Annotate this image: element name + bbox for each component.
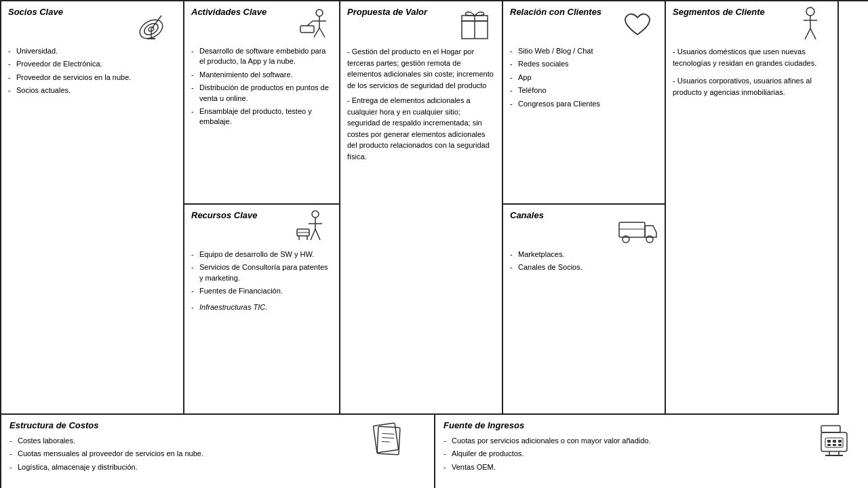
canvas: Socios Clave Universidad. Proveedor de E… [0,0,868,488]
svg-rect-11 [300,26,314,33]
segmentos-text1: - Usuarios domésticos que usen nuevas te… [673,46,831,68]
fuente-ingresos-cell: Fuente de Ingresos [435,415,868,488]
segmentos-text2: - Usuarios corporativos, usuarios afines… [673,75,831,98]
list-item: Socios actuales. [8,85,176,96]
svg-line-24 [311,229,315,240]
segmentos-cliente-header: Segmentos de Cliente [673,7,831,41]
list-item: Proveedor de Electrónica. [8,59,176,69]
list-item: Sitio Web / Blog / Chat [510,46,658,56]
estructura-costos-list: Costes laborales. Cuotas mensuales al pr… [9,436,426,472]
svg-line-3 [151,16,161,29]
list-item: Equipo de desarrollo de SW y HW. [191,249,332,260]
svg-rect-30 [619,222,645,237]
list-item: App [510,73,658,83]
segmentos-cliente-title: Segmentos de Cliente [673,7,765,17]
actividades-clave-list: Desarrollo de software embebido para el … [191,46,332,127]
actividades-clave-cell: Actividades Clave Desar [184,1,340,205]
actividades-clave-header: Actividades Clave [191,7,332,41]
list-item: Ventas OEM. [443,462,860,472]
main-grid: Socios Clave Universidad. Proveedor de E… [0,0,868,415]
recursos-clave-cell: Recursos Clave [184,205,340,415]
list-item: Servicios de Consultoría para patentes y… [191,262,332,283]
list-item: Teléfono [510,85,658,96]
list-item: Alquiler de productos. [443,449,860,459]
canales-header: Canales [510,210,658,244]
list-item: Distribución de productos en puntos de v… [191,83,332,104]
propuesta-valor-icon [454,7,495,41]
svg-line-20 [810,28,816,39]
list-item: Marketplaces. [510,249,658,260]
list-item: Cuotas mensuales al proveedor de servici… [9,449,426,459]
list-item: Congresos para Clientes [510,99,658,109]
list-item: Infraestructuras TIC. [191,302,332,312]
propuesta-valor-text1: - Gestión del producto en el Hogar por t… [347,46,495,91]
fuente-ingresos-title: Fuente de Ingresos [443,420,524,430]
list-item: Universidad. [8,46,176,56]
relacion-clientes-cell: Relación con Clientes Sitio Web / Blog /… [503,1,666,205]
relacion-clientes-header: Relación con Clientes [510,7,658,41]
propuesta-valor-cell: Propuesta de Valor - Gestión del product… [340,1,503,415]
recursos-clave-icon [292,210,332,244]
svg-line-25 [315,229,320,240]
relacion-clientes-icon [617,7,658,41]
canales-list: Marketplaces. Canales de Socios. [510,249,658,273]
recursos-clave-list: Equipo de desarrollo de SW y HW. Servici… [191,249,332,312]
svg-point-16 [806,7,814,16]
list-item: Mantenimiento del software. [191,70,332,80]
list-item: Proveedor de servicios en la nube. [8,73,176,83]
canales-icon [617,210,658,244]
propuesta-valor-text2: - Entrega de elementos adicionales a cua… [347,95,495,162]
relacion-clientes-title: Relación con Clientes [510,7,601,17]
list-item: Fuentes de Financiación. [191,286,332,296]
svg-line-10 [319,28,325,37]
list-item: Desarrollo de software embebido para el … [191,46,332,67]
socios-clave-list: Universidad. Proveedor de Electrónica. P… [8,46,176,96]
socios-clave-title: Socios Clave [8,7,63,17]
svg-point-21 [312,211,319,218]
socios-clave-header: Socios Clave [8,7,176,41]
recursos-clave-title: Recursos Clave [191,210,258,220]
estructura-costos-cell: Estructura de Costos Costes laborales. C… [1,415,435,488]
svg-line-12 [307,21,313,26]
bottom-grid: Estructura de Costos Costes laborales. C… [0,415,868,488]
segmentos-cliente-cell: Segmentos de Cliente - Usuarios doméstic… [666,1,839,415]
svg-line-36 [382,433,394,434]
relacion-clientes-list: Sitio Web / Blog / Chat Redes sociales A… [510,46,658,109]
fuente-ingresos-list: Cuotas por servicios adicionales o con m… [443,436,860,472]
svg-point-6 [316,9,323,16]
list-item: Canales de Socios. [510,262,658,272]
segmentos-cliente-icon [790,7,831,41]
estructura-costos-header: Estructura de Costos [9,420,426,430]
list-item: Costes laborales. [9,436,426,446]
svg-line-19 [805,28,810,39]
svg-rect-41 [821,426,840,432]
canales-cell: Canales Marketplaces. Canales de Socios. [503,205,666,415]
list-item: Redes sociales [510,59,658,69]
actividades-clave-icon [292,7,332,41]
socios-clave-icon [136,7,176,41]
actividades-clave-title: Actividades Clave [191,7,267,17]
list-item: Logística, almacenaje y distribución. [9,462,426,472]
list-item: Ensamblaje del producto, testeo y embala… [191,106,332,127]
propuesta-valor-header: Propuesta de Valor [347,7,495,41]
recursos-clave-header: Recursos Clave [191,210,332,244]
canales-title: Canales [510,210,544,220]
fuente-ingresos-header: Fuente de Ingresos [443,420,860,430]
estructura-costos-title: Estructura de Costos [9,420,98,430]
list-item: Cuotas por servicios adicionales o con m… [443,436,860,446]
propuesta-valor-title: Propuesta de Valor [347,7,427,17]
socios-clave-cell: Socios Clave Universidad. Proveedor de E… [1,1,184,415]
svg-line-9 [314,28,319,37]
